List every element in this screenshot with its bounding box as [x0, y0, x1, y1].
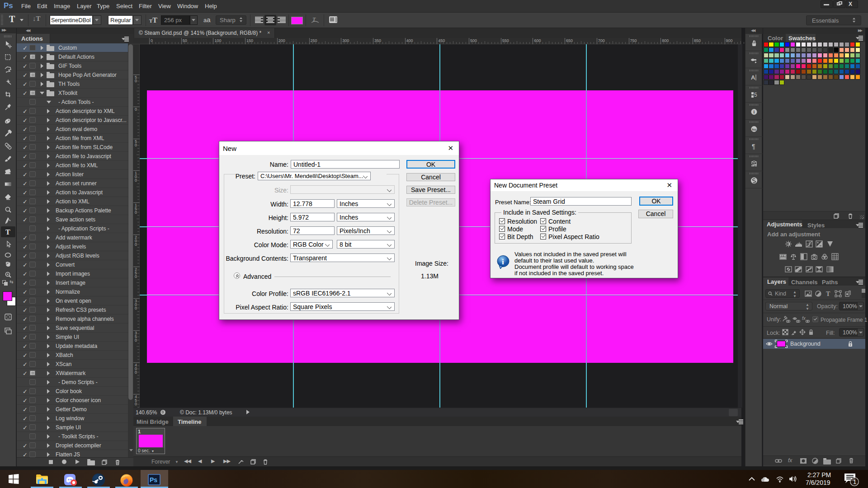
svg-text:A: A [751, 74, 755, 81]
svg-text:ku: ku [752, 127, 756, 131]
svg-text:¶: ¶ [752, 143, 755, 150]
svg-text:5: 5 [754, 92, 757, 98]
svg-text:i: i [754, 109, 755, 114]
svg-text:Ps: Ps [150, 476, 157, 483]
svg-text:1: 1 [853, 479, 856, 485]
svg-text:T: T [826, 291, 830, 297]
svg-text:fx: fx [802, 316, 806, 321]
svg-text:i: i [502, 258, 504, 266]
svg-text:T: T [5, 228, 10, 236]
